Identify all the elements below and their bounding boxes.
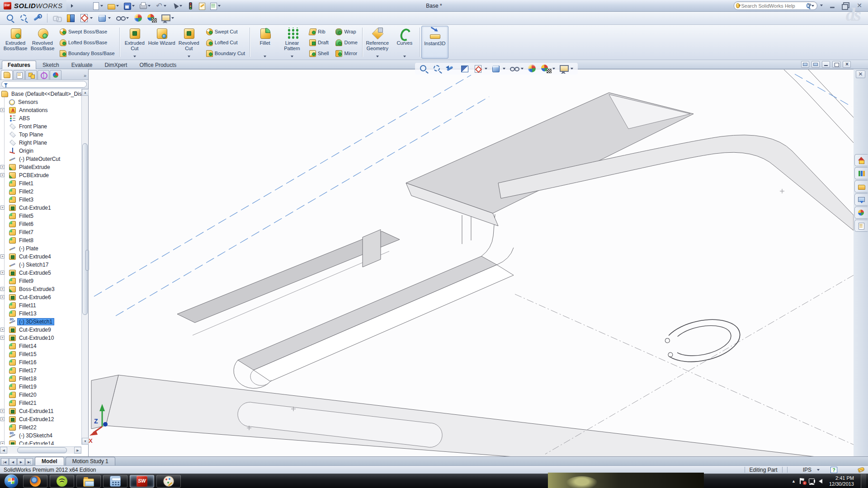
tree-item-fillet15[interactable]: Fillet15 <box>0 350 81 358</box>
expand-toggle[interactable]: + <box>0 173 5 177</box>
zoom-to-area-button[interactable] <box>431 63 444 74</box>
revolved-boss-base-button[interactable]: Revolved Boss/Base <box>29 26 56 59</box>
task-pane-tab-appearances[interactable] <box>854 206 868 219</box>
units-caret[interactable] <box>817 469 820 471</box>
tree-item-right-plane[interactable]: Right Plane <box>0 139 81 147</box>
tab-motion-study-1[interactable]: Motion Study 1 <box>66 457 115 465</box>
tree-item-fillet20[interactable]: Fillet20 <box>0 391 81 399</box>
save-button[interactable] <box>122 1 137 10</box>
dropdown-caret[interactable] <box>164 5 166 7</box>
edit-appearance-button[interactable] <box>132 13 144 23</box>
draft-button[interactable]: Draft <box>307 39 330 46</box>
tree-item-fillet17[interactable]: Fillet17 <box>0 366 81 375</box>
window-minimize-button[interactable] <box>827 2 837 9</box>
expand-toggle[interactable]: + <box>0 417 5 421</box>
panel-tab-dimxpertmanager[interactable] <box>38 70 49 80</box>
rib-button[interactable]: Rib <box>307 28 330 35</box>
tree-filter-input[interactable] <box>1 81 87 88</box>
tree-horizontal-scrollbar[interactable]: ◀ ▶ <box>0 446 81 454</box>
panel-tabs-overflow-chevron[interactable]: » <box>84 73 86 78</box>
tab-office-products[interactable]: Office Products <box>133 61 182 69</box>
panel-tab-featuremanager[interactable] <box>1 70 13 80</box>
tree-item-fillet9[interactable]: Fillet9 <box>0 277 81 285</box>
display-style-button[interactable] <box>96 13 113 23</box>
tree-item-plateoutercut[interactable]: (-) PlateOuterCut <box>0 155 81 163</box>
open-document-button[interactable] <box>106 1 121 10</box>
zoom-to-fit-button[interactable] <box>418 63 430 74</box>
file-properties-button[interactable] <box>208 1 222 10</box>
dropdown-caret[interactable] <box>403 56 406 57</box>
task-pane-tab-design-library[interactable] <box>854 167 868 179</box>
extruded-boss-base-button[interactable]: Extruded Boss/Base <box>2 26 29 59</box>
previous-tab-button[interactable]: ◀ <box>9 458 17 465</box>
edit-appearance-button[interactable] <box>526 63 539 74</box>
tree-item-fillet14[interactable]: Fillet14 <box>0 342 81 350</box>
task-pane-tab-home[interactable] <box>854 154 868 166</box>
print-button[interactable] <box>138 1 152 10</box>
panel-tab-configurationmanager[interactable] <box>25 70 37 80</box>
tree-item-fillet6[interactable]: Fillet6 <box>0 220 81 228</box>
apply-scene-button[interactable] <box>146 13 158 23</box>
tree-item-origin[interactable]: Origin <box>0 147 81 155</box>
apply-texture-button[interactable] <box>65 13 76 23</box>
dropdown-caret[interactable] <box>108 17 111 19</box>
zoom-to-selection-button[interactable] <box>32 13 43 23</box>
select-button[interactable] <box>170 1 184 10</box>
view-settings-button[interactable] <box>160 13 176 23</box>
dome-button[interactable]: Dome <box>334 39 359 46</box>
search-input[interactable] <box>741 3 806 9</box>
tree-item-plate[interactable]: (-) Plate <box>0 244 81 253</box>
dropdown-caret[interactable] <box>100 5 103 7</box>
task-pane-tab-view-palette[interactable] <box>854 193 868 206</box>
hole-wizard-button[interactable]: Hole Wizard <box>148 26 175 59</box>
dropdown-caret[interactable] <box>126 17 129 19</box>
swept-boss-base-button[interactable]: Swept Boss/Base <box>58 28 116 35</box>
document-minimize-button[interactable] <box>822 61 830 68</box>
boundary-boss-base-button[interactable]: Boundary Boss/Base <box>58 50 116 56</box>
dropdown-caret[interactable] <box>116 5 119 7</box>
dropdown-caret[interactable] <box>521 68 524 70</box>
tree-item-fillet13[interactable]: Fillet13 <box>0 310 81 318</box>
tree-item-boss-extrude3[interactable]: +Boss-Extrude3 <box>0 285 81 293</box>
tree-item-cut-extrude4[interactable]: +Cut-Extrude4 <box>0 253 81 261</box>
undo-button[interactable] <box>154 1 168 10</box>
linear-pattern-button[interactable]: Linear Pattern <box>278 26 306 59</box>
curves-button[interactable]: Curves <box>391 26 418 59</box>
tree-item-cut-extrude14[interactable]: +Cut-Extrude14 <box>0 440 81 445</box>
tree-item-fillet11[interactable]: Fillet11 <box>0 301 81 310</box>
tab-evaluate[interactable]: Evaluate <box>66 61 99 69</box>
tree-item-cut-extrude11[interactable]: +Cut-Extrude11 <box>0 407 81 415</box>
hide-show-items-button[interactable] <box>114 13 131 23</box>
tree-item-top-plane[interactable]: Top Plane <box>0 131 81 139</box>
tree-item-fillet21[interactable]: Fillet21 <box>0 399 81 407</box>
tree-item-fillet2[interactable]: Fillet2 <box>0 188 81 196</box>
last-tab-button[interactable]: ▶| <box>25 458 33 465</box>
next-tab-button[interactable]: ▶ <box>17 458 25 465</box>
panel-tab-displaymanager[interactable] <box>50 70 61 80</box>
section-view-button[interactable] <box>458 63 471 74</box>
tab-features[interactable]: Features <box>2 61 36 69</box>
tree-item-cut-extrude9[interactable]: +Cut-Extrude9 <box>0 326 81 334</box>
rebuild-button[interactable] <box>185 1 195 10</box>
expand-toggle[interactable]: + <box>0 254 5 258</box>
tree-item-fillet1[interactable]: Fillet1 <box>0 179 81 188</box>
taskbar-app-solidworks[interactable] <box>130 475 154 488</box>
expand-toggle[interactable]: + <box>0 287 5 291</box>
mirror-button[interactable]: Mirror <box>334 50 359 56</box>
tree-item-plateextrude[interactable]: +PlateExtrude <box>0 163 81 171</box>
tree-root-item[interactable]: Base (Default<<Default>_Dis <box>0 90 81 98</box>
tree-item-cut-extrude5[interactable]: +Cut-Extrude5 <box>0 269 81 277</box>
scroll-down-button[interactable]: ▼ <box>82 438 89 445</box>
dropdown-caret[interactable] <box>264 56 266 57</box>
dropdown-caret[interactable] <box>376 56 379 57</box>
tree-item-front-plane[interactable]: Front Plane <box>0 122 81 131</box>
taskbar-app-spotify[interactable] <box>50 475 74 488</box>
viewport-pane-icon[interactable] <box>801 61 809 68</box>
expand-toggle[interactable]: + <box>0 206 5 210</box>
tree-item-fillet3[interactable]: Fillet3 <box>0 196 81 204</box>
dropdown-caret[interactable] <box>552 68 555 70</box>
expand-toggle[interactable]: + <box>0 328 5 332</box>
graphics-viewport[interactable]: Z X <box>89 69 854 456</box>
reference-geometry-button[interactable]: Reference Geometry <box>364 26 391 59</box>
link-views-button[interactable] <box>51 13 63 23</box>
